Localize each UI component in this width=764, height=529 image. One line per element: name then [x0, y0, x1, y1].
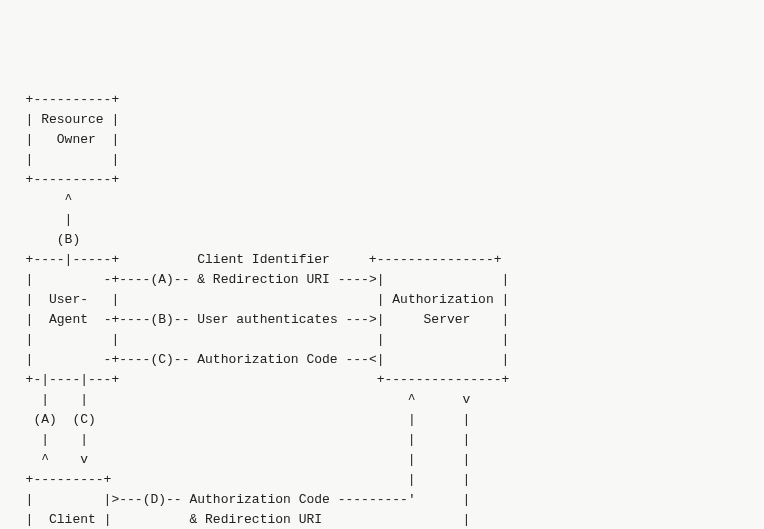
client-label: Client [49, 512, 96, 527]
flow-d-label: (D) [143, 492, 166, 507]
flow-a-text: & Redirection URI [197, 272, 330, 287]
auth-server-label-1: Authorization [392, 292, 493, 307]
oauth-flow-diagram: +----------+ | Resource | | Owner | | | … [10, 90, 754, 529]
user-agent-label-1: User- [49, 292, 88, 307]
flow-d-text1: Authorization Code [189, 492, 329, 507]
flow-d-text2: & Redirection URI [189, 512, 322, 527]
flow-b-up: (B) [57, 232, 80, 247]
flow-b-label: (B) [150, 312, 173, 327]
user-agent-label-2: Agent [49, 312, 88, 327]
flow-a-down: (A) [33, 412, 56, 427]
flow-a-heading: Client Identifier [197, 252, 330, 267]
flow-c-down: (C) [72, 412, 95, 427]
resource-owner-label-1: Resource [41, 112, 103, 127]
flow-a-label: (A) [150, 272, 173, 287]
auth-server-label-2: Server [424, 312, 471, 327]
flow-b-text: User authenticates [197, 312, 337, 327]
flow-c-text: Authorization Code [197, 352, 337, 367]
flow-c-label: (C) [150, 352, 173, 367]
resource-owner-label-2: Owner [57, 132, 96, 147]
